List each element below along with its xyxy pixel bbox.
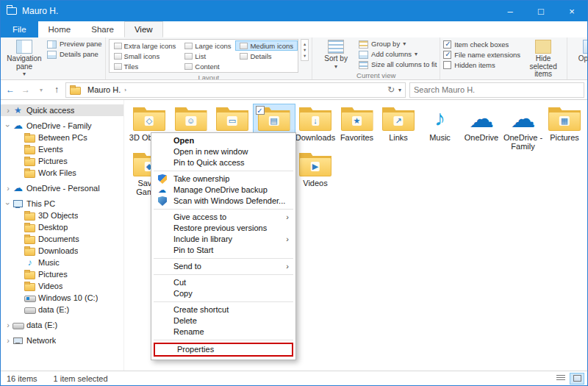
tab-share[interactable]: Share	[81, 21, 124, 37]
check-hidden-items[interactable]: Hidden items	[443, 60, 520, 70]
sidebar-item-events[interactable]: Events	[1, 143, 123, 155]
sidebar-item-windows-10-c[interactable]: Windows 10 (C:)	[1, 292, 123, 304]
sidebar-item-documents[interactable]: Documents	[1, 233, 123, 245]
sidebar-item-data-e[interactable]: ›data (E:)	[1, 319, 123, 331]
chevron-right-icon[interactable]: ›	[4, 184, 12, 193]
sidebar-item-3d-objects[interactable]: 3D Objects	[1, 210, 123, 221]
chevron-down-icon[interactable]: ›	[4, 199, 12, 208]
close-button[interactable]: ×	[556, 1, 587, 21]
check-file-name-extensions[interactable]: File name extensions	[443, 49, 520, 60]
maximize-button[interactable]: □	[526, 1, 556, 21]
gallery-scrollbar[interactable]: ▴ ▾ ▾	[301, 39, 309, 61]
tab-file[interactable]: File	[1, 21, 38, 37]
menu-item-take-ownership[interactable]: Take ownership	[151, 174, 295, 185]
sort-by-button[interactable]: Sort by ▾	[315, 39, 356, 71]
file-item-downloads[interactable]: ↓Downloads	[295, 104, 336, 143]
preview-pane-button[interactable]: Preview pane	[47, 39, 102, 49]
details-view-button[interactable]	[553, 373, 568, 385]
back-button[interactable]: ←	[4, 85, 17, 95]
checkbox-icon[interactable]	[443, 61, 451, 69]
layout-option-content[interactable]: Content	[180, 61, 235, 71]
menu-item-pin-to-quick-access[interactable]: Pin to Quick access	[151, 157, 295, 168]
add-columns-button[interactable]: Add columns ▾	[359, 49, 437, 60]
file-item-pictures[interactable]: ▦Pictures	[544, 104, 585, 143]
details-pane-button[interactable]: Details pane	[47, 49, 102, 60]
group-by-button[interactable]: Group by ▾	[359, 39, 437, 49]
options-button[interactable]: Options ▾	[570, 39, 587, 71]
menu-item-give-access-to[interactable]: Give access to›	[151, 212, 295, 223]
menu-item-scan-with-windows-defender[interactable]: Scan with Windows Defender...	[151, 196, 295, 207]
menu-item-open-in-new-window[interactable]: Open in new window	[151, 146, 295, 157]
breadcrumb[interactable]: Mauro H.	[87, 85, 121, 94]
file-item-onedrive[interactable]: ☁OneDrive	[461, 104, 502, 143]
minimize-button[interactable]: –	[495, 1, 526, 21]
menu-item-restore-previous-versions[interactable]: Restore previous versions	[151, 223, 295, 234]
forward-button[interactable]: →	[19, 85, 32, 95]
layout-option-details[interactable]: Details	[235, 51, 298, 61]
tab-view[interactable]: View	[124, 21, 163, 37]
menu-item-manage-onedrive-backup[interactable]: ☁Manage OneDrive backup	[151, 185, 295, 196]
hide-selected-items-button[interactable]: Hide selected items	[523, 39, 564, 79]
menu-item-delete[interactable]: Delete	[151, 315, 295, 326]
sidebar-item-onedrive-personal[interactable]: ›☁OneDrive - Personal	[1, 182, 123, 194]
sidebar-item-quick-access[interactable]: ›★Quick access	[1, 104, 123, 116]
sidebar-item-pictures[interactable]: Pictures	[1, 155, 123, 167]
layout-option-label: Tiles	[124, 62, 139, 71]
layout-option-medium-icons[interactable]: Medium icons	[235, 40, 298, 51]
breadcrumb-chevron-icon[interactable]: ›	[124, 87, 126, 93]
checkbox-icon[interactable]	[443, 40, 451, 49]
menu-item-properties[interactable]: Properties	[155, 344, 292, 355]
sidebar-item-downloads[interactable]: Downloads	[1, 245, 123, 257]
file-item-onedrive-family[interactable]: ☁OneDrive - Family	[503, 104, 544, 152]
address-dropdown-icon[interactable]: ▾	[398, 87, 401, 93]
sidebar-item-onedrive-family[interactable]: ›☁OneDrive - Family	[1, 120, 123, 132]
checkbox-icon[interactable]	[443, 51, 451, 59]
chevron-right-icon[interactable]: ›	[4, 336, 12, 345]
up-button[interactable]: ↑	[50, 85, 63, 95]
refresh-icon[interactable]: ↻	[387, 85, 395, 95]
sidebar-item-desktop[interactable]: Desktop	[1, 221, 123, 233]
gallery-scroll-down-icon[interactable]: ▾	[304, 47, 306, 53]
menu-item-rename[interactable]: Rename	[151, 326, 295, 337]
sidebar-item-this-pc[interactable]: ›This PC	[1, 198, 123, 210]
sidebar-item-pictures[interactable]: Pictures	[1, 268, 123, 280]
layout-option-extra-large-icons[interactable]: Extra large icons	[110, 40, 181, 51]
file-item-videos[interactable]: ▶Videos	[295, 150, 336, 189]
menu-item-open[interactable]: Open	[151, 135, 295, 146]
sidebar-item-music[interactable]: ♪Music	[1, 257, 123, 268]
recent-locations-dropdown-icon[interactable]: ▾	[35, 87, 48, 93]
chevron-down-icon[interactable]: ›	[4, 121, 12, 130]
sidebar-item-work-files[interactable]: Work Files	[1, 167, 123, 179]
file-item-music[interactable]: ♪Music	[420, 104, 461, 143]
sidebar-item-between-pcs[interactable]: Between PCs	[1, 132, 123, 143]
search-input[interactable]	[414, 85, 580, 94]
size-columns-label: Size all columns to fit	[371, 60, 437, 70]
gallery-expand-icon[interactable]: ▾	[304, 53, 306, 59]
item-checkbox[interactable]: ✓	[256, 106, 265, 115]
layout-option-small-icons[interactable]: Small icons	[110, 51, 181, 61]
layout-option-large-icons[interactable]: Large icons	[180, 40, 235, 51]
address-box[interactable]: Mauro H. › ↻ ▾	[65, 82, 406, 98]
size-columns-button[interactable]: Size all columns to fit	[359, 60, 437, 70]
menu-item-pin-to-start[interactable]: Pin to Start	[151, 245, 295, 256]
chevron-right-icon[interactable]: ›	[4, 321, 12, 329]
menu-item-cut[interactable]: Cut	[151, 277, 295, 288]
menu-item-copy[interactable]: Copy	[151, 288, 295, 299]
file-item-favorites[interactable]: ★Favorites	[337, 104, 378, 143]
sidebar-item-network[interactable]: ›Network	[1, 335, 123, 346]
gallery-scroll-up-icon[interactable]: ▴	[304, 41, 306, 47]
file-item-links[interactable]: ↗Links	[378, 104, 419, 143]
tab-home[interactable]: Home	[38, 21, 82, 37]
check-item-check-boxes[interactable]: Item check boxes	[443, 39, 520, 49]
sidebar-item-data-e[interactable]: data (E:)	[1, 304, 123, 315]
sidebar-item-videos[interactable]: Videos	[1, 280, 123, 292]
navigation-pane-button[interactable]: Navigation pane ▾	[4, 39, 45, 79]
layout-option-list[interactable]: List	[180, 51, 235, 61]
menu-item-include-in-library[interactable]: Include in library›	[151, 234, 295, 245]
icons-view-button[interactable]	[570, 373, 584, 385]
layout-option-tiles[interactable]: Tiles	[110, 61, 181, 71]
chevron-right-icon[interactable]: ›	[4, 106, 12, 115]
menu-item-create-shortcut[interactable]: Create shortcut	[151, 304, 295, 315]
menu-item-send-to[interactable]: Send to›	[151, 261, 295, 272]
search-box[interactable]	[409, 82, 584, 98]
